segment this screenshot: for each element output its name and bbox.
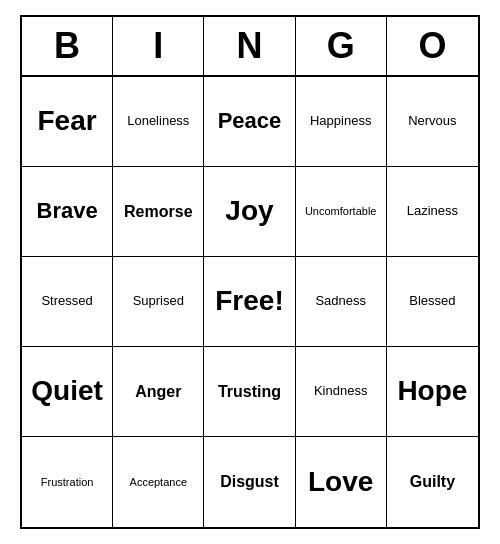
cell-r3-c4[interactable]: Hope <box>387 347 478 437</box>
cell-label: Loneliness <box>127 114 189 128</box>
cell-label: Free! <box>215 286 283 317</box>
cell-r3-c2[interactable]: Trusting <box>204 347 295 437</box>
bingo-grid: FearLonelinessPeaceHappinessNervousBrave… <box>22 77 478 527</box>
cell-label: Nervous <box>408 114 456 128</box>
cell-label: Brave <box>37 199 98 223</box>
cell-r2-c4[interactable]: Blessed <box>387 257 478 347</box>
header-letter: N <box>204 17 295 75</box>
cell-label: Frustration <box>41 476 94 488</box>
cell-label: Fear <box>38 106 97 137</box>
cell-label: Blessed <box>409 294 455 308</box>
cell-r2-c3[interactable]: Sadness <box>296 257 387 347</box>
cell-label: Acceptance <box>130 476 187 488</box>
cell-r4-c0[interactable]: Frustration <box>22 437 113 527</box>
cell-label: Trusting <box>218 383 281 401</box>
cell-r0-c4[interactable]: Nervous <box>387 77 478 167</box>
cell-label: Happiness <box>310 114 371 128</box>
cell-label: Hope <box>397 376 467 407</box>
cell-r4-c1[interactable]: Acceptance <box>113 437 204 527</box>
cell-label: Guilty <box>410 473 455 491</box>
cell-r3-c1[interactable]: Anger <box>113 347 204 437</box>
cell-label: Remorse <box>124 203 192 221</box>
cell-label: Suprised <box>133 294 184 308</box>
cell-r4-c3[interactable]: Love <box>296 437 387 527</box>
cell-r0-c0[interactable]: Fear <box>22 77 113 167</box>
cell-label: Kindness <box>314 384 367 398</box>
cell-r2-c1[interactable]: Suprised <box>113 257 204 347</box>
cell-r0-c3[interactable]: Happiness <box>296 77 387 167</box>
cell-r2-c2[interactable]: Free! <box>204 257 295 347</box>
cell-r1-c1[interactable]: Remorse <box>113 167 204 257</box>
cell-label: Peace <box>218 109 282 133</box>
header-letter: O <box>387 17 478 75</box>
cell-r3-c3[interactable]: Kindness <box>296 347 387 437</box>
cell-label: Disgust <box>220 473 279 491</box>
cell-r0-c1[interactable]: Loneliness <box>113 77 204 167</box>
header-letter: G <box>296 17 387 75</box>
cell-label: Stressed <box>41 294 92 308</box>
cell-r3-c0[interactable]: Quiet <box>22 347 113 437</box>
cell-r1-c2[interactable]: Joy <box>204 167 295 257</box>
cell-label: Love <box>308 467 373 498</box>
cell-label: Anger <box>135 383 181 401</box>
bingo-card: BINGO FearLonelinessPeaceHappinessNervou… <box>20 15 480 529</box>
header-letter: B <box>22 17 113 75</box>
cell-label: Sadness <box>315 294 366 308</box>
bingo-header: BINGO <box>22 17 478 77</box>
cell-r1-c3[interactable]: Uncomfortable <box>296 167 387 257</box>
cell-r1-c0[interactable]: Brave <box>22 167 113 257</box>
cell-label: Quiet <box>31 376 103 407</box>
cell-label: Uncomfortable <box>305 205 377 217</box>
cell-label: Joy <box>225 196 273 227</box>
cell-r1-c4[interactable]: Laziness <box>387 167 478 257</box>
cell-r0-c2[interactable]: Peace <box>204 77 295 167</box>
cell-r4-c2[interactable]: Disgust <box>204 437 295 527</box>
cell-label: Laziness <box>407 204 458 218</box>
cell-r2-c0[interactable]: Stressed <box>22 257 113 347</box>
header-letter: I <box>113 17 204 75</box>
cell-r4-c4[interactable]: Guilty <box>387 437 478 527</box>
